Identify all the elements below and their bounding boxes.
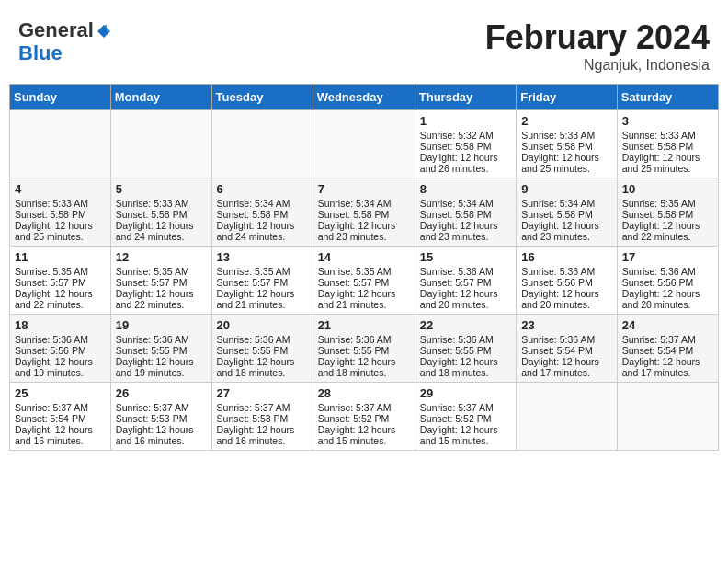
calendar-cell: 24Sunrise: 5:37 AMSunset: 5:54 PMDayligh… xyxy=(617,315,718,383)
cell-info: and 15 minutes. xyxy=(318,435,410,446)
day-number: 25 xyxy=(15,386,106,400)
calendar-body: 1Sunrise: 5:32 AMSunset: 5:58 PMDaylight… xyxy=(10,110,719,451)
cell-info: and 25 minutes. xyxy=(622,163,713,174)
cell-info: Daylight: 12 hours xyxy=(116,356,207,367)
cell-info: Sunrise: 5:37 AM xyxy=(420,402,511,413)
cell-info: Daylight: 12 hours xyxy=(116,424,207,435)
calendar-cell: 23Sunrise: 5:36 AMSunset: 5:54 PMDayligh… xyxy=(517,315,618,383)
cell-info: Sunrise: 5:34 AM xyxy=(217,198,308,209)
cell-info: Daylight: 12 hours xyxy=(318,424,410,435)
cell-info: Sunset: 5:57 PM xyxy=(217,277,308,288)
cell-info: Sunrise: 5:36 AM xyxy=(420,334,511,345)
cell-info: Sunrise: 5:37 AM xyxy=(622,334,713,345)
cell-info: Daylight: 12 hours xyxy=(15,220,106,231)
header-tuesday: Tuesday xyxy=(211,85,313,110)
week-row-1: 4Sunrise: 5:33 AMSunset: 5:58 PMDaylight… xyxy=(10,178,719,247)
cell-info: Sunrise: 5:35 AM xyxy=(217,266,308,277)
cell-info: Sunset: 5:58 PM xyxy=(622,209,713,220)
header-wednesday: Wednesday xyxy=(313,85,415,110)
header-thursday: Thursday xyxy=(415,85,516,110)
cell-info: and 21 minutes. xyxy=(217,299,308,310)
cell-info: Sunset: 5:56 PM xyxy=(15,345,106,356)
calendar-cell xyxy=(110,110,211,178)
day-number: 13 xyxy=(217,250,308,264)
week-row-2: 11Sunrise: 5:35 AMSunset: 5:57 PMDayligh… xyxy=(10,247,719,315)
calendar-cell xyxy=(10,110,111,178)
cell-info: Daylight: 12 hours xyxy=(420,356,511,367)
cell-info: Sunset: 5:55 PM xyxy=(217,345,308,356)
calendar-cell: 3Sunrise: 5:33 AMSunset: 5:58 PMDaylight… xyxy=(617,110,718,178)
cell-info: Sunrise: 5:33 AM xyxy=(521,130,612,141)
calendar-cell: 2Sunrise: 5:33 AMSunset: 5:58 PMDaylight… xyxy=(517,110,618,178)
calendar-cell: 21Sunrise: 5:36 AMSunset: 5:55 PMDayligh… xyxy=(313,315,415,383)
calendar-cell: 8Sunrise: 5:34 AMSunset: 5:58 PMDaylight… xyxy=(415,178,516,247)
cell-info: Sunrise: 5:36 AM xyxy=(116,334,207,345)
day-number: 12 xyxy=(116,250,207,264)
calendar-cell: 10Sunrise: 5:35 AMSunset: 5:58 PMDayligh… xyxy=(617,178,718,247)
cell-info: Sunrise: 5:36 AM xyxy=(217,334,308,345)
cell-info: Daylight: 12 hours xyxy=(622,288,713,299)
cell-info: Sunset: 5:55 PM xyxy=(318,345,410,356)
cell-info: Daylight: 12 hours xyxy=(15,356,106,367)
cell-info: Daylight: 12 hours xyxy=(420,288,511,299)
cell-info: and 25 minutes. xyxy=(15,231,106,242)
cell-info: Sunset: 5:58 PM xyxy=(521,141,612,152)
cell-info: Sunset: 5:58 PM xyxy=(420,209,511,220)
cell-info: Daylight: 12 hours xyxy=(217,288,308,299)
calendar-cell: 18Sunrise: 5:36 AMSunset: 5:56 PMDayligh… xyxy=(10,315,111,383)
cell-info: and 24 minutes. xyxy=(116,231,207,242)
cell-info: Daylight: 12 hours xyxy=(420,220,511,231)
cell-info: and 18 minutes. xyxy=(318,367,410,378)
day-number: 4 xyxy=(15,182,106,196)
calendar-table: SundayMondayTuesdayWednesdayThursdayFrid… xyxy=(9,84,719,451)
cell-info: Daylight: 12 hours xyxy=(420,424,511,435)
day-number: 27 xyxy=(217,386,308,400)
day-number: 5 xyxy=(116,182,207,196)
cell-info: and 16 minutes. xyxy=(217,435,308,446)
page-header: General Blue February 2024 Nganjuk, Indo… xyxy=(9,9,719,78)
month-year: February 2024 xyxy=(485,18,710,57)
cell-info: and 22 minutes. xyxy=(116,299,207,310)
cell-info: Sunrise: 5:35 AM xyxy=(622,198,713,209)
day-number: 11 xyxy=(15,250,106,264)
calendar-cell: 13Sunrise: 5:35 AMSunset: 5:57 PMDayligh… xyxy=(211,247,313,315)
cell-info: Sunset: 5:55 PM xyxy=(420,345,511,356)
day-number: 2 xyxy=(521,114,612,128)
cell-info: Sunset: 5:57 PM xyxy=(15,277,106,288)
calendar-cell: 22Sunrise: 5:36 AMSunset: 5:55 PMDayligh… xyxy=(415,315,516,383)
cell-info: Sunrise: 5:36 AM xyxy=(521,334,612,345)
cell-info: Daylight: 12 hours xyxy=(622,356,713,367)
calendar-cell: 5Sunrise: 5:33 AMSunset: 5:58 PMDaylight… xyxy=(110,178,211,247)
day-number: 19 xyxy=(116,318,207,332)
cell-info: Sunrise: 5:34 AM xyxy=(521,198,612,209)
cell-info: Daylight: 12 hours xyxy=(521,288,612,299)
cell-info: Daylight: 12 hours xyxy=(622,152,713,163)
header-sunday: Sunday xyxy=(10,85,111,110)
cell-info: Daylight: 12 hours xyxy=(318,356,410,367)
cell-info: Sunrise: 5:34 AM xyxy=(420,198,511,209)
cell-info: and 18 minutes. xyxy=(420,367,511,378)
title-block: February 2024 Nganjuk, Indonesia xyxy=(485,18,710,74)
header-friday: Friday xyxy=(517,85,618,110)
cell-info: and 15 minutes. xyxy=(420,435,511,446)
calendar-cell: 16Sunrise: 5:36 AMSunset: 5:56 PMDayligh… xyxy=(517,247,618,315)
cell-info: and 19 minutes. xyxy=(116,367,207,378)
day-number: 21 xyxy=(318,318,410,332)
cell-info: Sunset: 5:57 PM xyxy=(116,277,207,288)
cell-info: Daylight: 12 hours xyxy=(15,424,106,435)
calendar-cell: 25Sunrise: 5:37 AMSunset: 5:54 PMDayligh… xyxy=(10,383,111,451)
cell-info: Sunrise: 5:32 AM xyxy=(420,130,511,141)
calendar-cell: 27Sunrise: 5:37 AMSunset: 5:53 PMDayligh… xyxy=(211,383,313,451)
cell-info: Sunrise: 5:33 AM xyxy=(116,198,207,209)
calendar-cell: 12Sunrise: 5:35 AMSunset: 5:57 PMDayligh… xyxy=(110,247,211,315)
cell-info: and 16 minutes. xyxy=(15,435,106,446)
week-row-0: 1Sunrise: 5:32 AMSunset: 5:58 PMDaylight… xyxy=(10,110,719,178)
cell-info: and 17 minutes. xyxy=(622,367,713,378)
cell-info: and 18 minutes. xyxy=(217,367,308,378)
day-number: 14 xyxy=(318,250,410,264)
cell-info: Sunrise: 5:36 AM xyxy=(521,266,612,277)
cell-info: and 20 minutes. xyxy=(420,299,511,310)
header-saturday: Saturday xyxy=(617,85,718,110)
cell-info: Daylight: 12 hours xyxy=(318,220,410,231)
logo-text: General xyxy=(18,18,112,41)
